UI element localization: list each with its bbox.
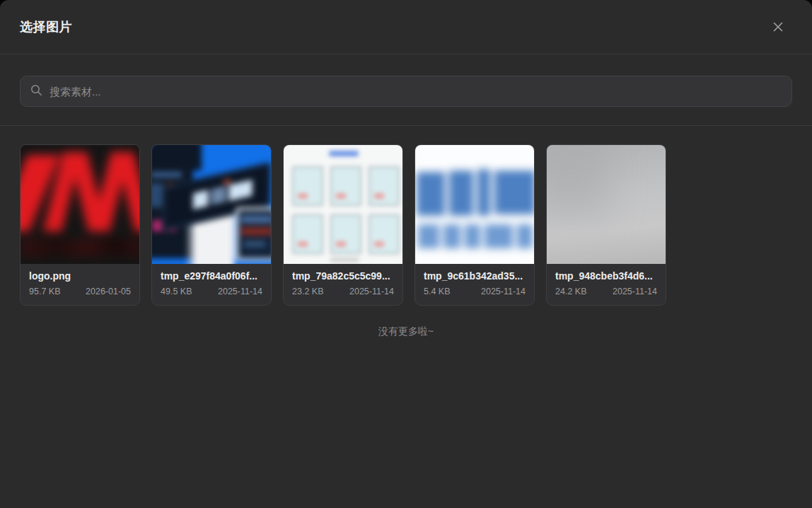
search-section bbox=[0, 54, 812, 126]
file-date: 2025-11-14 bbox=[349, 287, 394, 296]
file-size: 24.2 KB bbox=[555, 287, 586, 296]
asset-card-logo[interactable]: logo.png 95.7 KB 2026-01-05 bbox=[20, 144, 140, 306]
close-icon bbox=[772, 21, 784, 33]
file-name: tmp_e297f84a0f06f... bbox=[161, 270, 262, 282]
file-date: 2026-01-05 bbox=[86, 287, 131, 296]
file-name: logo.png bbox=[29, 270, 131, 282]
file-date: 2025-11-14 bbox=[481, 287, 526, 296]
asset-card-docgrid[interactable]: tmp_79a82c5c5c99... 23.2 KB 2025-11-14 bbox=[283, 144, 403, 306]
asset-card-bluetext[interactable]: tmp_9c61b342ad35... 5.4 KB 2025-11-14 bbox=[414, 144, 535, 306]
search-box[interactable] bbox=[20, 76, 792, 107]
thumbnail-bluetext bbox=[415, 145, 534, 264]
file-name: tmp_948cbeb3f4d6... bbox=[555, 270, 657, 282]
no-more-text: 没有更多啦~ bbox=[20, 325, 792, 338]
file-date: 2025-11-14 bbox=[218, 287, 262, 296]
search-input[interactable] bbox=[50, 86, 782, 98]
card-footer: tmp_79a82c5c5c99... 23.2 KB 2025-11-14 bbox=[284, 264, 402, 305]
card-footer: tmp_9c61b342ad35... 5.4 KB 2025-11-14 bbox=[415, 264, 534, 305]
dialog-header: 选择图片 bbox=[0, 0, 812, 54]
file-meta: 95.7 KB 2026-01-05 bbox=[29, 287, 131, 296]
card-footer: tmp_e297f84a0f06f... 49.5 KB 2025-11-14 bbox=[152, 264, 271, 305]
asset-grid-area: logo.png 95.7 KB 2026-01-05 bbox=[0, 126, 812, 508]
close-button[interactable] bbox=[768, 17, 788, 37]
file-meta: 23.2 KB 2025-11-14 bbox=[292, 287, 394, 296]
file-meta: 24.2 KB 2025-11-14 bbox=[555, 287, 657, 296]
card-footer: tmp_948cbeb3f4d6... 24.2 KB 2025-11-14 bbox=[547, 264, 666, 305]
dialog-title: 选择图片 bbox=[20, 18, 72, 35]
file-size: 23.2 KB bbox=[292, 287, 323, 296]
card-footer: logo.png 95.7 KB 2026-01-05 bbox=[21, 264, 139, 305]
select-image-dialog: 选择图片 bbox=[0, 0, 812, 508]
file-size: 95.7 KB bbox=[29, 287, 60, 296]
thumbnail-gray bbox=[547, 145, 666, 264]
thumbnail-logo bbox=[21, 145, 139, 264]
thumbnail-kiosk bbox=[152, 145, 271, 264]
file-meta: 5.4 KB 2025-11-14 bbox=[424, 287, 526, 296]
file-size: 5.4 KB bbox=[424, 287, 451, 296]
file-size: 49.5 KB bbox=[161, 287, 192, 296]
thumbnail-docgrid bbox=[284, 145, 402, 264]
search-icon bbox=[30, 84, 50, 99]
asset-card-gray[interactable]: tmp_948cbeb3f4d6... 24.2 KB 2025-11-14 bbox=[546, 144, 666, 306]
file-meta: 49.5 KB 2025-11-14 bbox=[161, 287, 262, 296]
asset-card-kiosk[interactable]: tmp_e297f84a0f06f... 49.5 KB 2025-11-14 bbox=[151, 144, 272, 306]
asset-grid: logo.png 95.7 KB 2026-01-05 bbox=[20, 144, 792, 306]
file-date: 2025-11-14 bbox=[613, 287, 657, 296]
file-name: tmp_79a82c5c5c99... bbox=[292, 270, 394, 282]
file-name: tmp_9c61b342ad35... bbox=[424, 270, 526, 282]
